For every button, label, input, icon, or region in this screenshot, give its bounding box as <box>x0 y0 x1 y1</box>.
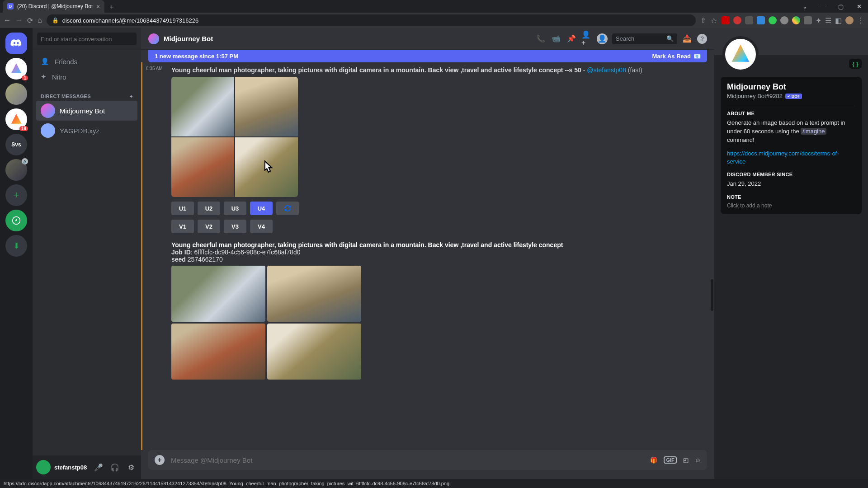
deafen-icon[interactable]: 🎧 <box>108 461 121 474</box>
sticker-icon[interactable]: ◰ <box>683 457 689 464</box>
home-icon[interactable]: ⌂ <box>38 16 42 24</box>
server-icon[interactable]: 1 <box>5 58 27 80</box>
back-icon[interactable]: ← <box>4 16 11 24</box>
ext-icon[interactable] <box>780 16 788 24</box>
mute-icon[interactable]: 🎤 <box>92 461 105 474</box>
reroll-button[interactable] <box>276 202 299 215</box>
tab-close-icon[interactable]: × <box>96 3 100 10</box>
image-grid-large[interactable] <box>171 266 361 380</box>
add-friend-icon[interactable]: 👤+ <box>581 33 592 44</box>
ext-icon[interactable] <box>733 16 741 24</box>
mark-as-read-button[interactable]: Mark As Read 📧 <box>652 53 701 60</box>
message-input[interactable]: + 🎁 GIF ◰ ☺ <box>148 450 707 470</box>
emoji-icon[interactable]: ☺ <box>695 457 701 464</box>
pin-icon[interactable]: 📌 <box>566 33 577 44</box>
avatar <box>41 123 55 138</box>
address-bar[interactable]: 🔒 discord.com/channels/@me/1063443749197… <box>47 14 696 26</box>
user-mention[interactable]: @stefanstp08 <box>587 66 626 74</box>
profile-avatar-icon[interactable] <box>845 16 854 24</box>
browser-tab[interactable]: D (20) Discord | @Midjourney Bot × <box>3 0 104 13</box>
close-window-icon[interactable]: ✕ <box>850 0 868 13</box>
generated-image-4[interactable] <box>267 324 361 380</box>
attach-button[interactable]: + <box>155 455 165 465</box>
user-profile-icon[interactable]: 👤 <box>597 33 608 44</box>
new-tab-button[interactable]: + <box>108 1 116 12</box>
inbox-icon[interactable]: 📥 <box>682 33 693 44</box>
message-textbox[interactable] <box>171 456 644 464</box>
friends-button[interactable]: 👤 Friends <box>36 54 137 69</box>
ext-icon[interactable] <box>745 16 753 24</box>
generated-image-1[interactable] <box>171 266 265 322</box>
chevron-down-icon[interactable]: ⌄ <box>796 0 814 13</box>
imagine-command: /imagine <box>801 128 826 135</box>
help-icon[interactable]: ? <box>697 34 707 44</box>
maximize-icon[interactable]: ▢ <box>832 0 850 13</box>
u2-button[interactable]: U2 <box>198 202 220 215</box>
ext-icon[interactable] <box>804 16 812 24</box>
tab-title: (20) Discord | @Midjourney Bot <box>17 3 93 9</box>
generated-image-4[interactable] <box>235 137 298 197</box>
dm-search-wrap <box>33 28 141 50</box>
extensions: ✦ ☰ ◧ ⋮ <box>722 16 864 25</box>
share-icon[interactable]: ⇧ <box>700 16 706 25</box>
reading-list-icon[interactable]: ☰ <box>825 16 831 25</box>
new-messages-bar[interactable]: 1 new message since 1:57 PM Mark As Read… <box>148 50 707 62</box>
v4-button[interactable]: V4 <box>250 220 273 233</box>
u3-button[interactable]: U3 <box>224 202 246 215</box>
nitro-button[interactable]: ✦ Nitro <box>36 69 137 84</box>
ext-abp-icon[interactable] <box>722 16 730 24</box>
server-icon[interactable] <box>5 83 27 105</box>
profile-avatar[interactable] <box>722 36 759 72</box>
ext-icon[interactable] <box>769 16 777 24</box>
video-call-icon[interactable]: 📹 <box>551 33 561 44</box>
dm-item-yagpdb[interactable]: YAGPDB.xyz <box>36 121 137 141</box>
settings-icon[interactable]: ⚙ <box>125 461 137 474</box>
dm-item-midjourney[interactable]: Midjourney Bot <box>36 101 137 121</box>
server-icon[interactable]: 🔊 <box>5 159 27 181</box>
server-icon[interactable]: 19 <box>5 108 27 130</box>
gift-icon[interactable]: 🎁 <box>650 457 657 464</box>
add-server-button[interactable]: + <box>5 184 27 206</box>
voice-call-icon[interactable]: 📞 <box>535 33 546 44</box>
message: 8:35 AM Young cheerful man photographer,… <box>142 64 709 237</box>
download-button[interactable]: ⬇ <box>5 235 27 257</box>
generated-image-3[interactable] <box>171 324 265 380</box>
message-search[interactable]: Search 🔍 <box>612 33 677 44</box>
dm-home-button[interactable] <box>5 33 27 54</box>
puzzle-icon[interactable]: ✦ <box>816 16 821 25</box>
note-input[interactable]: Click to add a note <box>727 202 855 209</box>
url-text: discord.com/channels/@me/106344374919731… <box>62 17 199 24</box>
minimize-icon[interactable]: — <box>814 0 832 13</box>
channel-title: Midjourney Bot <box>164 35 531 42</box>
scrollbar-thumb[interactable] <box>711 279 713 311</box>
menu-icon[interactable]: ⋮ <box>857 16 864 25</box>
u4-button[interactable]: U4 <box>250 202 273 215</box>
explore-button[interactable] <box>5 210 27 231</box>
server-icon[interactable]: Svs <box>5 134 27 155</box>
generated-image-1[interactable] <box>171 77 234 136</box>
about-me-header: ABOUT ME <box>727 111 855 116</box>
generated-image-2[interactable] <box>267 266 361 322</box>
generated-image-3[interactable] <box>171 137 234 197</box>
v1-button[interactable]: V1 <box>171 220 194 233</box>
user-name[interactable]: stefanstp08 <box>54 464 89 471</box>
tos-link[interactable]: https://docs.midjourney.com/docs/terms-o… <box>727 150 839 165</box>
user-avatar[interactable] <box>36 460 51 474</box>
v2-button[interactable]: V2 <box>198 220 220 233</box>
dm-search-input[interactable] <box>37 33 137 45</box>
forward-icon[interactable]: → <box>15 16 23 24</box>
ext-icon[interactable] <box>792 16 800 24</box>
ext-icon[interactable] <box>757 16 765 24</box>
create-dm-button[interactable]: + <box>130 94 133 99</box>
gif-button[interactable]: GIF <box>664 456 676 464</box>
reload-icon[interactable]: ⟳ <box>27 16 33 25</box>
image-grid[interactable] <box>171 77 298 197</box>
generated-image-2[interactable] <box>235 77 298 136</box>
u1-button[interactable]: U1 <box>171 202 194 215</box>
search-icon: 🔍 <box>666 35 674 42</box>
prompt-text: Young cheerful man photographer, taking … <box>171 241 702 249</box>
bookmark-icon[interactable]: ☆ <box>711 16 717 25</box>
member-since-header: DISCORD MEMBER SINCE <box>727 172 855 177</box>
v3-button[interactable]: V3 <box>224 220 246 233</box>
side-panel-icon[interactable]: ◧ <box>835 16 842 25</box>
